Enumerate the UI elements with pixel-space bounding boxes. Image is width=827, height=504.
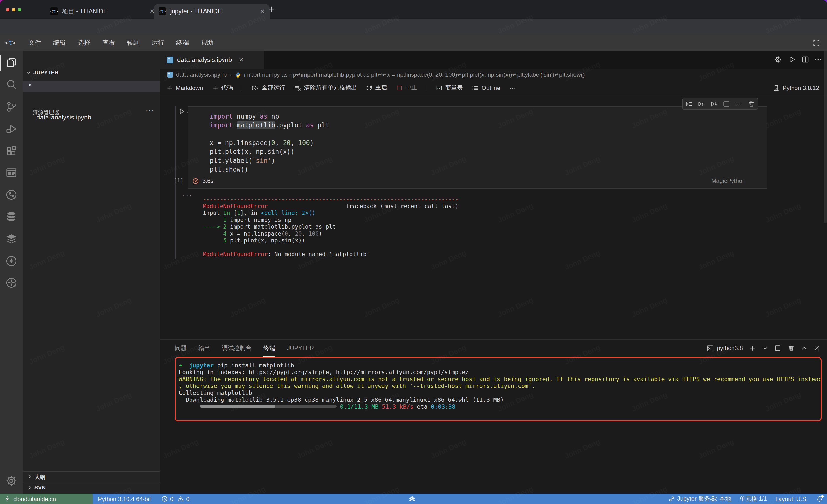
new-terminal-plus-icon[interactable] (749, 345, 756, 351)
lightning-circle-icon[interactable] (5, 255, 17, 267)
python-interpreter-status[interactable]: Python 3.10.4 64-bit (98, 495, 151, 502)
editor-more-dots-icon[interactable] (814, 56, 822, 63)
close-panel-icon[interactable] (814, 345, 820, 351)
settings-gear-icon[interactable] (5, 475, 17, 487)
editor-tab-notebook[interactable]: data-analysis.ipynb ✕ (160, 51, 264, 69)
bottom-panel: 问题输出调试控制台终端JUPYTER python3.8 ➜ jupyter p… (160, 339, 827, 494)
menu-item-3[interactable]: 查看 (96, 38, 121, 47)
menu-item-7[interactable]: 帮助 (195, 38, 219, 47)
panel-tab-0[interactable]: 问题 (175, 344, 187, 352)
menu-item-6[interactable]: 终端 (170, 38, 195, 47)
browser-tab-project[interactable]: <t> 项目 - TITANIDE ✕ (45, 4, 159, 19)
chevron-right-icon (27, 485, 32, 490)
traffic-minimize-button[interactable] (12, 8, 15, 11)
menu-item-1[interactable]: 编辑 (47, 38, 71, 47)
kill-terminal-trash-icon[interactable] (788, 345, 794, 351)
extensions-icon[interactable] (5, 145, 17, 157)
file-row-selected[interactable]: data-analysis.ipynb (22, 81, 160, 93)
execution-count: [1] (174, 177, 184, 184)
tab-title: 项目 - TITANIDE (62, 7, 107, 15)
preview-panel-icon[interactable] (5, 167, 17, 178)
status-bar: cloud.titanide.cn Python 3.10.4 64-bit 0… (0, 494, 827, 504)
titanide-logo[interactable]: <t> (5, 39, 15, 46)
tab-close-icon[interactable]: ✕ (239, 56, 244, 63)
traffic-close-button[interactable] (6, 8, 9, 11)
panel-tab-3[interactable]: 终端 (263, 344, 275, 352)
toolbar-separator (242, 84, 242, 91)
outline-list-icon (472, 84, 479, 91)
breadcrumb-file[interactable]: data-analysis.ipynb (176, 71, 227, 78)
run-all-button[interactable]: 全部运行 (251, 83, 285, 92)
editor-scrollbar[interactable] (824, 51, 827, 223)
terminal-highlighted-region[interactable]: ➜ jupyter pip install matplotlibLooking … (175, 357, 822, 422)
execute-cells-section-icon[interactable] (685, 100, 693, 107)
execute-below-icon[interactable] (710, 100, 718, 107)
explorer-icon[interactable] (5, 57, 17, 68)
menu-item-4[interactable]: 转到 (121, 38, 145, 47)
problems-status[interactable]: 0 0 (162, 495, 190, 502)
plus-icon (212, 84, 219, 91)
add-markdown-button[interactable]: Markdown (166, 84, 203, 91)
sidebar-section-outline[interactable]: 大纲 (22, 471, 160, 482)
menu-item-0[interactable]: 文件 (22, 38, 47, 47)
clear-outputs-button[interactable]: 清除所有单元格输出 (294, 83, 357, 92)
section-label: 大纲 (35, 473, 45, 481)
split-terminal-icon[interactable] (774, 345, 781, 351)
database-icon[interactable] (5, 211, 17, 223)
source-control-icon[interactable] (5, 101, 17, 113)
add-code-button[interactable]: 代码 (212, 83, 233, 92)
toolbar-more-dots-icon[interactable] (509, 84, 517, 91)
split-cell-icon[interactable] (723, 100, 730, 107)
traffic-zoom-button[interactable] (18, 8, 21, 11)
run-editor-icon[interactable] (788, 56, 796, 63)
breadcrumb-code[interactable]: import numpy as np↵import matplotlib.pyp… (244, 71, 585, 78)
kernel-picker[interactable]: Python 3.8.12 (773, 80, 819, 95)
browser-tab-jupyter[interactable]: <t> jupyter - TITANIDE ✕ (154, 4, 270, 19)
section-label: SVN (35, 484, 46, 490)
warnings-triangle-icon (177, 496, 184, 502)
notebook-settings-gear-icon[interactable] (774, 56, 782, 63)
chevron-down-icon (26, 69, 32, 75)
sidebar-section-svn[interactable]: SVN (22, 482, 160, 493)
search-icon[interactable] (5, 79, 17, 91)
remote-targets-icon[interactable] (5, 277, 17, 289)
terminal-dropdown-chevron-icon[interactable] (763, 345, 768, 351)
tab-close-icon[interactable]: ✕ (260, 8, 265, 14)
terminal-shell-picker[interactable]: python3.8 (707, 344, 743, 352)
menu-item-5[interactable]: 运行 (145, 38, 170, 47)
breadcrumb[interactable]: data-analysis.ipynb › import numpy as np… (160, 69, 827, 80)
remote-indicator[interactable]: cloud.titanide.cn (0, 494, 93, 504)
cell-indicator-status[interactable]: 单元格 1/1 (739, 495, 767, 503)
keyboard-layout-status[interactable]: Layout: U.S. (775, 495, 808, 502)
clear-outputs-icon (294, 84, 301, 91)
terminal-output[interactable]: ➜ jupyter pip install matplotlibLooking … (179, 362, 821, 410)
notifications-bell-icon[interactable] (816, 495, 823, 502)
run-debug-icon[interactable] (5, 123, 17, 135)
new-tab-button[interactable] (268, 5, 275, 13)
panel-collapse-double-chevron-icon[interactable] (407, 494, 417, 503)
panel-tab-4[interactable]: JUPYTER (287, 345, 314, 351)
variables-button[interactable]: (x) 变量表 (435, 83, 463, 92)
cell-code[interactable]: import numpy as npimport matplotlib.pypl… (210, 112, 329, 174)
cell-more-dots-icon[interactable] (735, 100, 742, 107)
output-collapse-dots[interactable]: ... (182, 191, 192, 197)
maximize-panel-chevron-icon[interactable] (801, 345, 807, 351)
delete-cell-trash-icon[interactable] (748, 100, 755, 107)
panel-tab-1[interactable]: 输出 (198, 344, 210, 352)
jupyter-server-status[interactable]: Jupyter 服务器: 本地 (668, 495, 731, 503)
fullscreen-icon[interactable] (813, 39, 820, 47)
outline-button[interactable]: Outline (472, 84, 500, 91)
git-graph-circle-icon[interactable] (5, 189, 17, 201)
split-editor-icon[interactable] (801, 56, 809, 63)
layers-stack-icon[interactable] (5, 233, 17, 245)
execute-above-icon[interactable] (698, 100, 705, 107)
section-jupyter[interactable]: JUPYTER (26, 69, 59, 75)
panel-tab-2[interactable]: 调试控制台 (222, 344, 251, 352)
sidebar-more-icon[interactable]: ⋯ (146, 106, 154, 115)
language-mode[interactable]: MagicPython (711, 177, 745, 184)
interrupt-button[interactable]: 中止 (396, 83, 417, 92)
restart-kernel-button[interactable]: 重启 (366, 83, 387, 92)
jupyter-link-icon (668, 496, 675, 502)
menu-item-2[interactable]: 选择 (71, 38, 96, 47)
run-cell-button[interactable] (179, 108, 185, 115)
